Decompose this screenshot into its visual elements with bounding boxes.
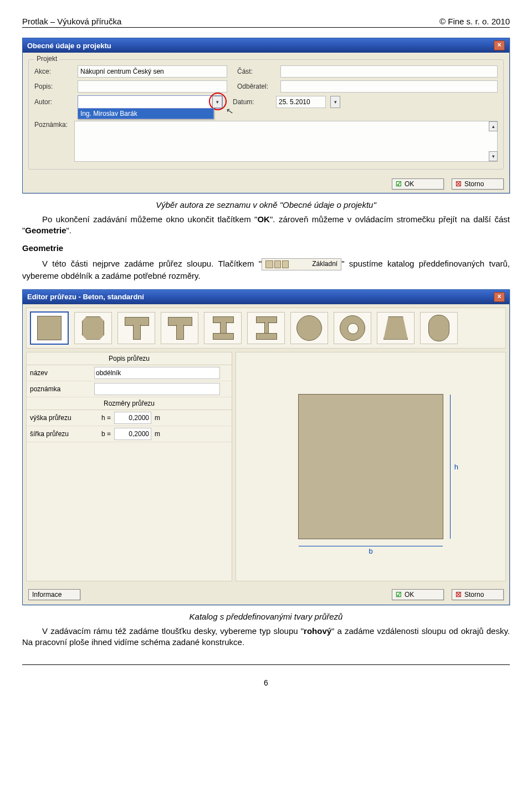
scroll-down-icon[interactable]: ▾ [489, 151, 498, 161]
header-left: Protlak – Výuková příručka [22, 17, 121, 26]
page-number: 6 [22, 678, 510, 687]
label-cast: Část: [232, 68, 276, 75]
input-name[interactable] [94, 367, 220, 379]
shape-i-button[interactable] [204, 312, 242, 344]
dim-label-b: b [369, 547, 372, 555]
unit-h: m [155, 414, 163, 422]
paragraph-2: V této části nejprve zadáme průřez sloup… [22, 258, 510, 282]
shape-circle-button[interactable] [290, 312, 328, 344]
dim-label-h: h [454, 462, 458, 470]
check-icon: ☑ [396, 180, 402, 188]
input-height[interactable] [114, 412, 151, 424]
input-cast[interactable] [280, 65, 498, 78]
shape-rect-button[interactable] [30, 311, 69, 345]
info-button-label: Informace [32, 591, 62, 598]
editor-cancel-label: Storno [464, 591, 484, 598]
author-dropdown-list: Ing. Miroslav Barák [78, 108, 214, 119]
editor-ok-label: OK [405, 591, 414, 598]
rect-icon [265, 260, 273, 268]
editor-ok-button[interactable]: ☑ OK [392, 589, 444, 600]
symbol-b: b = [94, 430, 111, 438]
dim-line-h [450, 395, 451, 539]
footer-rule [22, 664, 510, 665]
date-chevron-down-icon[interactable]: ▾ [330, 96, 340, 108]
input-datum[interactable] [276, 96, 326, 108]
shape-tee-button[interactable] [117, 312, 155, 344]
shape-octagon-button[interactable] [74, 312, 112, 344]
ok-button[interactable]: ☑ OK [392, 178, 444, 190]
author-dropdown[interactable]: ▾ ↖ Ing. Miroslav Barák [78, 95, 223, 109]
shape-tee2-button[interactable] [161, 312, 198, 344]
header-rule [22, 27, 510, 28]
input-note[interactable] [94, 383, 220, 395]
scrollbar[interactable]: ▴ ▾ [489, 121, 497, 161]
label-height: výška průřezu [30, 414, 91, 422]
cursor-icon: ↖ [225, 105, 234, 117]
inline-button-label: Základní [292, 259, 337, 268]
x-icon: ☒ [456, 180, 462, 188]
close-icon[interactable]: × [494, 40, 505, 50]
shape-ring-button[interactable] [334, 312, 371, 344]
label-datum: Datum: [227, 98, 272, 106]
fieldset-legend: Projekt [34, 55, 59, 63]
dialog-titlebar[interactable]: Obecné údaje o projektu × [23, 38, 509, 53]
paragraph-3: V zadávacím rámu též zadáme tloušťku des… [22, 626, 510, 648]
page-header: Protlak – Výuková příručka © Fine s. r. … [22, 17, 510, 26]
check-icon: ☑ [396, 591, 402, 598]
inline-basic-shapes-button[interactable]: Základní [262, 258, 341, 270]
textarea-poznamka[interactable]: ▴ ▾ [74, 121, 498, 162]
unit-b: m [155, 430, 163, 438]
scroll-up-icon[interactable]: ▴ [489, 121, 498, 131]
editor-dialog-title: Editor průřezu - Beton, standardní [27, 293, 144, 301]
editor-dialog-titlebar[interactable]: Editor průřezu - Beton, standardní × [23, 290, 509, 304]
cancel-button-label: Storno [464, 180, 484, 188]
label-popis: Popis: [34, 83, 73, 90]
project-fieldset: Projekt Akce: Část: Popis: Odběratel: Au… [28, 59, 504, 170]
label-name: název [30, 369, 91, 377]
shape-pill-button[interactable] [420, 312, 458, 344]
editor-cancel-button[interactable]: ☒ Storno [452, 589, 504, 600]
author-option-selected[interactable]: Ing. Miroslav Barák [78, 109, 213, 119]
header-right: © Fine s. r. o. 2010 [439, 17, 510, 26]
label-odberatel: Odběratel: [232, 83, 276, 90]
preview-pane: h b [236, 352, 506, 581]
label-autor: Autor: [34, 98, 73, 106]
i-icon [282, 260, 289, 268]
input-width[interactable] [114, 428, 151, 440]
preview-rectangle: h b [298, 394, 443, 539]
cancel-button[interactable]: ☒ Storno [452, 178, 504, 190]
ok-button-label: OK [405, 180, 414, 188]
figure-caption-2: Katalog s předdefinovanými tvary průřezů [22, 612, 510, 621]
shape-toolbar [26, 308, 506, 349]
info-button[interactable]: Informace [28, 589, 80, 600]
paragraph-1: Po ukončení zadávání můžeme okno ukončit… [22, 214, 510, 237]
shape-trapezoid-button[interactable] [377, 312, 415, 344]
label-note: poznámka [30, 385, 91, 393]
x-icon: ☒ [456, 591, 462, 598]
project-info-dialog: Obecné údaje o projektu × Projekt Akce: … [22, 38, 510, 193]
label-poznamka: Poznámka: [34, 121, 70, 129]
input-akce[interactable] [78, 65, 227, 78]
input-popis[interactable] [78, 80, 227, 93]
input-odberatel[interactable] [280, 80, 498, 93]
close-icon[interactable]: × [494, 292, 505, 302]
section-header-popis: Popis průřezu [27, 352, 232, 365]
dialog-title-text: Obecné údaje o projektu [27, 42, 111, 50]
section-header-rozmery: Rozměry průřezu [27, 397, 232, 410]
properties-pane: Popis průřezu název poznámka Rozměry prů… [26, 352, 232, 581]
symbol-h: h = [94, 414, 111, 422]
heading-geometrie: Geometrie [22, 243, 510, 253]
dim-line-b [299, 546, 443, 546]
label-width: šířka průřezu [30, 430, 91, 438]
label-akce: Akce: [34, 68, 73, 75]
shape-icons-group [265, 260, 289, 268]
figure-caption-1: Výběr autora ze seznamu v okně "Obecné ú… [22, 200, 510, 209]
shape-i2-button[interactable] [247, 312, 285, 344]
chevron-down-icon[interactable]: ▾ [212, 96, 222, 108]
tee-icon [274, 260, 281, 268]
section-editor-dialog: Editor průřezu - Beton, standardní × Pop… [22, 289, 510, 605]
